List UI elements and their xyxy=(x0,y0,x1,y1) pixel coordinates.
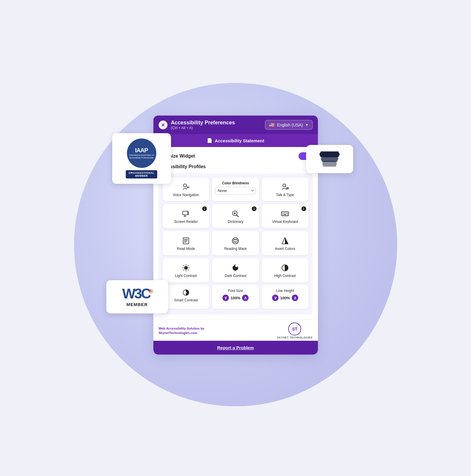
smart-contrast-icon xyxy=(182,289,190,296)
talk-and-type-label: Talk & Type xyxy=(276,193,294,197)
dark-contrast-label: Dark Contrast xyxy=(224,274,246,278)
iaap-title: IAAP xyxy=(135,147,148,154)
layers-card xyxy=(306,145,353,173)
line-height-decrease[interactable]: ∨ xyxy=(272,295,279,301)
font-size-value: 100% xyxy=(231,296,240,300)
svg-point-2 xyxy=(283,184,286,187)
layers-icon xyxy=(319,152,340,166)
w3c-card: W3C® MEMBER xyxy=(106,280,168,313)
svg-rect-14 xyxy=(287,214,288,215)
svg-rect-15 xyxy=(183,238,189,244)
language-button[interactable]: 🇺🇸 English (USA) ▼ xyxy=(265,120,313,130)
reading-mask-card[interactable]: Reading Mask xyxy=(212,231,259,255)
read-mode-label: Read Mode xyxy=(177,247,195,251)
header-title-wrap: Accessibility Preferences (Ctrl + Alt + … xyxy=(171,120,235,130)
font-size-label: Font Size xyxy=(228,289,243,293)
virtual-keyboard-icon xyxy=(281,210,289,218)
high-contrast-icon xyxy=(281,264,289,272)
section-title: Accessibility Profiles xyxy=(159,164,313,169)
reading-mask-label: Reading Mask xyxy=(224,247,247,251)
virtual-keyboard-label: Virtual Keyboard xyxy=(272,220,298,224)
widget-header: Accessibility Preferences (Ctrl + Alt + … xyxy=(153,116,318,134)
svg-rect-9 xyxy=(284,213,285,214)
voice-navigation-label: Voice Navigation xyxy=(173,193,199,197)
layer-bot xyxy=(322,161,337,167)
line-height-value: 100% xyxy=(280,296,290,300)
color-blindness-card: Color Blindness None Protanopia Deuteran… xyxy=(212,178,259,201)
features-grid-row1: i Screen Reader i xyxy=(163,204,309,228)
footer-attribution: Web Accessibility Solution by SkynetTech… xyxy=(159,326,212,335)
w3c-logo: W3C® xyxy=(122,287,152,301)
report-problem-button[interactable]: Report a Problem xyxy=(153,341,318,355)
light-contrast-card[interactable]: Light Contrast xyxy=(163,258,209,282)
color-blindness-select[interactable]: None Protanopia Deuteranopia Tritanopia xyxy=(215,187,256,194)
smart-contrast-label: Smart Contrast xyxy=(174,298,198,302)
skynet-logo-wrap: ST SKYNET TECHNOLOGIES xyxy=(277,323,313,339)
font-size-increase[interactable]: ∧ xyxy=(242,295,249,301)
iaap-card: IAAP International Association of Access… xyxy=(112,133,171,184)
font-size-card: Font Size ∨ 100% ∧ xyxy=(212,285,259,309)
iaap-subtitle: International Association of Accessibili… xyxy=(129,154,154,159)
dictionary-card[interactable]: i Dictionary xyxy=(212,204,259,228)
invert-colors-card[interactable]: Invert Colors xyxy=(262,231,309,255)
dark-contrast-icon xyxy=(231,264,239,272)
svg-rect-13 xyxy=(284,214,286,215)
accessibility-statement[interactable]: 📄 Accessibility Statement xyxy=(153,134,318,147)
header-shortcut: (Ctrl + Alt + A) xyxy=(171,126,235,130)
virtual-keyboard-info[interactable]: i xyxy=(301,206,306,211)
header-title: Accessibility Preferences xyxy=(171,120,235,126)
features-grid-row2: Read Mode Reading Mask xyxy=(163,231,309,255)
chevron-down-icon: ▼ xyxy=(305,123,309,127)
svg-point-0 xyxy=(183,184,187,187)
line-height-increase[interactable]: ∧ xyxy=(292,295,298,301)
svg-rect-3 xyxy=(286,188,289,189)
main-container: IAAP International Association of Access… xyxy=(153,116,318,355)
smart-contrast-card[interactable]: Smart Contrast xyxy=(163,285,209,309)
svg-point-17 xyxy=(233,240,237,242)
dictionary-info[interactable]: i xyxy=(252,206,257,211)
screen-reader-info[interactable]: i xyxy=(202,206,207,211)
screen-reader-card[interactable]: i Screen Reader xyxy=(163,204,209,228)
talk-and-type-card[interactable]: Talk & Type xyxy=(262,178,309,201)
widget-body: Oversize Widget Accessibility Profiles xyxy=(153,147,318,319)
skynet-logo: ST xyxy=(288,323,301,335)
flag-icon: 🇺🇸 xyxy=(269,122,275,128)
skynet-initials: ST xyxy=(292,327,297,331)
virtual-keyboard-card[interactable]: i Virtual Keyboard xyxy=(262,204,309,228)
svg-rect-8 xyxy=(282,213,283,214)
language-label: English (USA) xyxy=(277,123,303,127)
svg-rect-11 xyxy=(287,213,288,214)
profiles-top-row: Voice Navigation Color Blindness None Pr… xyxy=(163,178,309,201)
voice-navigation-icon xyxy=(182,183,190,191)
screen-reader-icon xyxy=(182,210,190,218)
high-contrast-label: High Contrast xyxy=(274,274,296,278)
oversize-widget-row: Oversize Widget xyxy=(159,152,313,160)
reading-mask-icon xyxy=(231,237,239,245)
iaap-circle: IAAP International Association of Access… xyxy=(127,138,156,168)
font-size-decrease[interactable]: ∨ xyxy=(222,295,229,301)
svg-rect-10 xyxy=(286,213,286,214)
read-mode-icon xyxy=(182,237,190,245)
accessibility-statement-label: Accessibility Statement xyxy=(215,138,264,143)
features-grid-row3: Light Contrast Dark Contrast xyxy=(163,258,309,282)
light-contrast-label: Light Contrast xyxy=(175,274,197,278)
read-mode-card[interactable]: Read Mode xyxy=(163,231,209,255)
dictionary-icon xyxy=(231,210,239,218)
iaap-badge: ORGANIZATIONALMEMBER xyxy=(126,170,157,178)
svg-point-5 xyxy=(188,212,189,213)
header-left: Accessibility Preferences (Ctrl + Alt + … xyxy=(159,120,235,130)
bottom-controls-row: Smart Contrast Font Size ∨ 100% ∧ Line H… xyxy=(163,285,309,309)
svg-rect-4 xyxy=(182,211,188,215)
widget-panel: Accessibility Preferences (Ctrl + Alt + … xyxy=(153,116,318,355)
dictionary-label: Dictionary xyxy=(228,220,243,224)
svg-point-21 xyxy=(185,292,187,293)
high-contrast-card[interactable]: High Contrast xyxy=(262,258,309,282)
w3c-member: MEMBER xyxy=(126,302,148,307)
dark-contrast-card[interactable]: Dark Contrast xyxy=(212,258,259,282)
font-size-controls: ∨ 100% ∧ xyxy=(222,295,249,301)
line-height-controls: ∨ 100% ∧ xyxy=(272,295,298,301)
close-button[interactable] xyxy=(159,121,167,129)
skynet-name: SKYNET TECHNOLOGIES xyxy=(277,336,313,339)
color-blindness-label: Color Blindness xyxy=(222,181,249,185)
svg-rect-12 xyxy=(282,214,283,215)
